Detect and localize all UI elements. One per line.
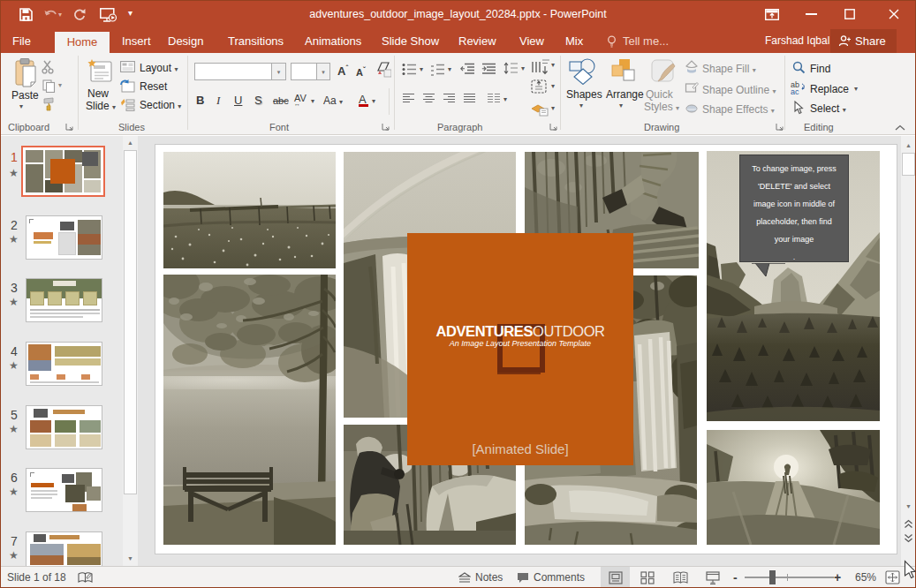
svg-text:ac: ac <box>791 87 799 95</box>
